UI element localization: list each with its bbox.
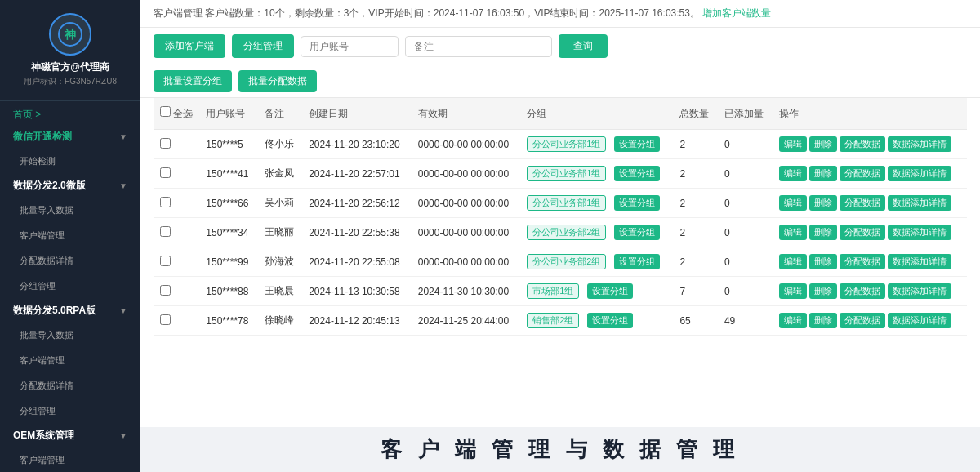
row-checkbox-cell[interactable] <box>154 247 199 277</box>
edit-button[interactable]: 编辑 <box>779 195 807 211</box>
distribute-button[interactable]: 分配数据 <box>840 195 885 211</box>
row-checkbox-cell[interactable] <box>154 306 199 336</box>
group-tag: 分公司业务部1组 <box>527 136 606 152</box>
edit-button[interactable]: 编辑 <box>779 136 807 152</box>
detail-button[interactable]: 数据添加详情 <box>888 225 951 240</box>
table-header-row: 全选 用户账号 备注 创建日期 有效期 分组 总数量 已添加量 操作 <box>154 98 967 130</box>
distribute-button[interactable]: 分配数据 <box>840 283 885 299</box>
chevron-down-icon2: ▼ <box>119 181 127 190</box>
row-added: 0 <box>718 189 773 218</box>
account-input[interactable] <box>301 36 399 57</box>
set-group-button[interactable]: 设置分组 <box>614 166 660 181</box>
row-note: 吴小莉 <box>258 189 303 218</box>
table-row: 150****5 佟小乐 2024-11-20 23:10:20 0000-00… <box>154 130 967 159</box>
action-buttons: 编辑 删除 分配数据 数据添加详情 <box>779 283 960 299</box>
sidebar-item-client-mgmt-oem[interactable]: 客户端管理 <box>0 448 140 472</box>
row-checkbox-5[interactable] <box>160 285 171 296</box>
detail-button[interactable]: 数据添加详情 <box>888 254 951 269</box>
group-tag: 分公司业务部2组 <box>527 254 606 269</box>
detail-button[interactable]: 数据添加详情 <box>888 166 951 181</box>
row-checkbox-1[interactable] <box>160 167 171 178</box>
distribute-button[interactable]: 分配数据 <box>840 225 885 240</box>
row-checkbox-6[interactable] <box>160 314 171 325</box>
distribute-button[interactable]: 分配数据 <box>840 136 885 152</box>
detail-button[interactable]: 数据添加详情 <box>888 195 951 211</box>
delete-button[interactable]: 删除 <box>809 225 837 240</box>
add-client-button[interactable]: 添加客户端 <box>154 34 225 58</box>
delete-button[interactable]: 删除 <box>809 254 837 269</box>
detail-button[interactable]: 数据添加详情 <box>888 313 951 328</box>
sidebar-item-distribute-detail-50[interactable]: 分配数据详情 <box>0 373 140 399</box>
sidebar-section-data50[interactable]: 数据分发5.0RPA版 ▼ <box>0 299 140 323</box>
detail-button[interactable]: 数据添加详情 <box>888 283 951 299</box>
distribute-button[interactable]: 分配数据 <box>840 313 885 328</box>
note-input[interactable] <box>405 36 552 57</box>
row-group: 分公司业务部2组 设置分组 <box>520 247 673 277</box>
batch-distribute-button[interactable]: 批量分配数据 <box>238 70 317 92</box>
sidebar-item-client-mgmt-50[interactable]: 客户端管理 <box>0 348 140 373</box>
sidebar-item-group-mgmt-50[interactable]: 分组管理 <box>0 399 140 424</box>
svg-text:神: 神 <box>64 28 76 41</box>
set-group-button[interactable]: 设置分组 <box>614 136 660 152</box>
row-created: 2024-11-20 22:55:08 <box>302 247 412 277</box>
row-checkbox-2[interactable] <box>160 197 171 207</box>
sidebar-item-group-mgmt-20[interactable]: 分组管理 <box>0 274 140 299</box>
delete-button[interactable]: 删除 <box>809 136 837 152</box>
row-group: 分公司业务部1组 设置分组 <box>520 189 673 218</box>
row-valid: 0000-00-00 00:00:00 <box>412 130 521 159</box>
sidebar-item-batch-import-50[interactable]: 批量导入数据 <box>0 323 140 348</box>
row-created: 2024-11-20 22:57:01 <box>302 159 412 189</box>
row-checkbox-3[interactable] <box>160 226 171 237</box>
row-actions: 编辑 删除 分配数据 数据添加详情 <box>773 130 967 159</box>
delete-button[interactable]: 删除 <box>809 195 837 211</box>
sidebar-item-distribute-detail-20[interactable]: 分配数据详情 <box>0 248 140 274</box>
table-row: 150****99 孙海波 2024-11-20 22:55:08 0000-0… <box>154 247 967 277</box>
edit-button[interactable]: 编辑 <box>779 166 807 181</box>
sidebar-item-batch-import-20[interactable]: 批量导入数据 <box>0 198 140 223</box>
row-checkbox-4[interactable] <box>160 256 171 266</box>
sidebar-item-client-mgmt-20[interactable]: 客户端管理 <box>0 223 140 248</box>
edit-button[interactable]: 编辑 <box>779 254 807 269</box>
group-manage-button[interactable]: 分组管理 <box>232 34 294 58</box>
row-checkbox-cell[interactable] <box>154 277 199 306</box>
row-checkbox-cell[interactable] <box>154 159 199 189</box>
delete-button[interactable]: 删除 <box>809 313 837 328</box>
edit-button[interactable]: 编辑 <box>779 313 807 328</box>
sidebar-section-data20[interactable]: 数据分发2.0微版 ▼ <box>0 174 140 198</box>
edit-button[interactable]: 编辑 <box>779 225 807 240</box>
query-button[interactable]: 查询 <box>559 34 608 58</box>
action-buttons: 编辑 删除 分配数据 数据添加详情 <box>779 195 960 211</box>
sidebar-section-data50-label: 数据分发5.0RPA版 <box>13 304 96 318</box>
set-group-button[interactable]: 设置分组 <box>614 195 660 211</box>
sidebar-section-wechat[interactable]: 微信开通检测 ▼ <box>0 125 140 149</box>
select-all-checkbox[interactable] <box>160 106 171 117</box>
increase-client-link[interactable]: 增加客户端数量 <box>702 7 771 19</box>
set-group-button[interactable]: 设置分组 <box>614 225 660 240</box>
chevron-down-icon3: ▼ <box>119 306 127 315</box>
distribute-button[interactable]: 分配数据 <box>840 166 885 181</box>
row-checkbox-0[interactable] <box>160 138 171 149</box>
action-buttons: 编辑 删除 分配数据 数据添加详情 <box>779 313 960 328</box>
row-group: 分公司业务部1组 设置分组 <box>520 130 673 159</box>
row-checkbox-cell[interactable] <box>154 189 199 218</box>
client-table: 全选 用户账号 备注 创建日期 有效期 分组 总数量 已添加量 操作 150**… <box>154 98 967 336</box>
delete-button[interactable]: 删除 <box>809 166 837 181</box>
detail-button[interactable]: 数据添加详情 <box>888 136 951 152</box>
row-group: 分公司业务部1组 设置分组 <box>520 159 673 189</box>
set-group-button[interactable]: 设置分组 <box>587 283 633 299</box>
sidebar-section-data20-label: 数据分发2.0微版 <box>13 179 86 193</box>
row-checkbox-cell[interactable] <box>154 130 199 159</box>
sidebar-section-oem[interactable]: OEM系统管理 ▼ <box>0 424 140 448</box>
row-created: 2024-11-20 23:10:20 <box>302 130 412 159</box>
delete-button[interactable]: 删除 <box>809 283 837 299</box>
row-account: 150****99 <box>199 247 257 277</box>
set-group-button[interactable]: 设置分组 <box>614 254 660 269</box>
row-checkbox-cell[interactable] <box>154 218 199 247</box>
edit-button[interactable]: 编辑 <box>779 283 807 299</box>
batch-set-group-button[interactable]: 批量设置分组 <box>154 70 232 92</box>
sidebar-item-start-detect[interactable]: 开始检测 <box>0 149 140 174</box>
set-group-button[interactable]: 设置分组 <box>587 313 633 328</box>
distribute-button[interactable]: 分配数据 <box>840 254 885 269</box>
th-created: 创建日期 <box>302 98 412 130</box>
th-account: 用户账号 <box>199 98 257 130</box>
